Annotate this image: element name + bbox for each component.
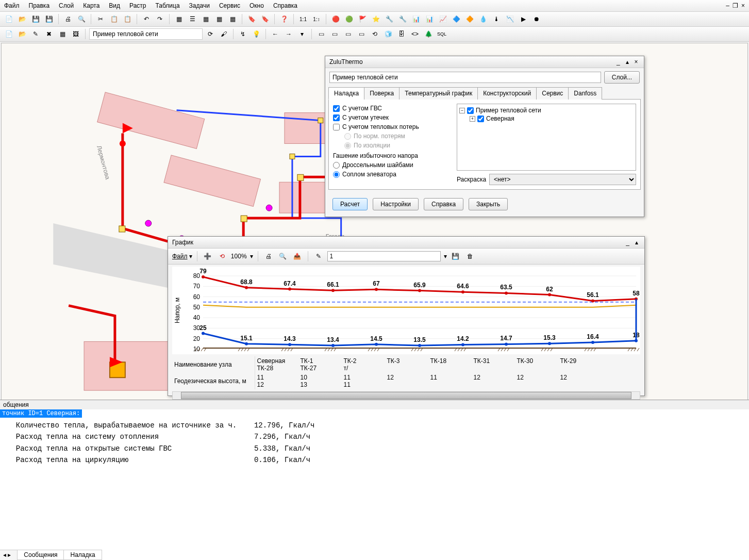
scale-icon[interactable]: 1:1	[297, 13, 309, 25]
layer-edit-icon[interactable]: ✎	[30, 28, 41, 40]
tree-collapse-icon[interactable]: −	[459, 108, 465, 113]
sel4-icon[interactable]: ▭	[356, 28, 367, 40]
graph-edit-icon[interactable]: ✎	[313, 251, 324, 262]
settings-button[interactable]: Настройки	[373, 198, 419, 210]
record-icon[interactable]: ⏺	[531, 13, 542, 25]
menu-layer[interactable]: Слой	[59, 2, 74, 9]
play-icon[interactable]: ▶	[518, 13, 529, 25]
undo-icon[interactable]: ↶	[141, 13, 152, 25]
close-button[interactable]: Закрыть	[469, 198, 508, 210]
layer-del-icon[interactable]: ✖	[43, 28, 55, 40]
help-icon[interactable]: ❓	[278, 13, 290, 25]
layer-style-icon[interactable]: ▦	[227, 13, 238, 25]
zulu-pin-icon[interactable]: ▴	[624, 58, 631, 65]
tool3-icon[interactable]: 📊	[410, 13, 422, 25]
tab-naladka[interactable]: Наладка	[328, 87, 364, 100]
node-icon[interactable]: 🔴	[330, 13, 341, 25]
graph-minimize-icon[interactable]: _	[624, 239, 631, 246]
graph-add-icon[interactable]: ➕	[202, 251, 213, 262]
sel5-icon[interactable]: ⟲	[369, 28, 380, 40]
zulu-layer-input[interactable]	[329, 72, 601, 83]
menu-raster[interactable]: Растр	[129, 2, 146, 9]
layer-new-icon[interactable]: 📄	[3, 28, 14, 40]
graph-print-icon[interactable]: 🖨	[263, 251, 274, 262]
menu-tasks[interactable]: Задачи	[189, 2, 210, 9]
label2-icon[interactable]: 🔖	[259, 13, 271, 25]
menu-map[interactable]: Карта	[83, 2, 99, 9]
redo-icon[interactable]: ↷	[154, 13, 165, 25]
layer-open-icon[interactable]: 📂	[16, 28, 28, 40]
raskraska-select[interactable]: <нет>	[489, 174, 636, 185]
flag-icon[interactable]: 🚩	[357, 13, 368, 25]
zulu-titlebar[interactable]: ZuluThermo _ ▴ ×	[325, 56, 644, 68]
sel1-icon[interactable]: ▭	[315, 28, 327, 40]
graph-save-icon[interactable]: 💾	[450, 251, 461, 262]
layer-list-icon[interactable]: ☰	[187, 13, 198, 25]
chart-canvas[interactable]: Напор, м10203040506070807968.867.466.167…	[172, 267, 640, 354]
tool6-icon[interactable]: 🔷	[451, 13, 462, 25]
cut-icon[interactable]: ✂	[95, 13, 106, 25]
tree-expand-icon[interactable]: +	[470, 116, 475, 122]
sel3-icon[interactable]: ▭	[342, 28, 354, 40]
chart-icon[interactable]: 📉	[504, 13, 515, 25]
tab-tempgraph[interactable]: Температурный график	[399, 87, 478, 100]
layer-show-icon[interactable]: ▦	[57, 28, 68, 40]
active-layer-name[interactable]: Пример тепловой сети	[89, 28, 203, 40]
label-icon[interactable]: 🔖	[246, 13, 257, 25]
mdi-minimize-icon[interactable]: –	[726, 2, 729, 9]
rad-drossel[interactable]	[333, 162, 340, 169]
db-icon[interactable]: 🗄	[396, 28, 407, 40]
graph-file-menu[interactable]: Файл ▾	[172, 253, 192, 260]
path-icon[interactable]: ↯	[237, 28, 248, 40]
menu-view[interactable]: Вид	[109, 2, 120, 9]
graph-pin-icon[interactable]: ▴	[633, 239, 640, 246]
tab-service[interactable]: Сервис	[536, 87, 569, 100]
save-all-icon[interactable]: 💾	[43, 13, 55, 25]
arrow-down-icon[interactable]: ▾	[296, 28, 308, 40]
code-icon[interactable]: <>	[409, 28, 421, 40]
edge-icon[interactable]: 🟢	[343, 13, 355, 25]
tree-child-chk[interactable]	[477, 116, 484, 122]
tool5-icon[interactable]: 📈	[437, 13, 448, 25]
menu-service[interactable]: Сервис	[219, 2, 240, 9]
tab-danfoss[interactable]: Danfoss	[568, 87, 602, 100]
temp-icon[interactable]: 🌡	[491, 13, 502, 25]
tab-poverka[interactable]: Поверка	[364, 87, 400, 100]
tree-child-label[interactable]: Северная	[486, 115, 514, 122]
tool7-icon[interactable]: 🔶	[464, 13, 475, 25]
chk-gvs[interactable]	[333, 105, 340, 112]
layer-props-icon[interactable]: ▦	[213, 13, 225, 25]
graph-zoom-dd-icon[interactable]: ▾	[250, 253, 253, 260]
layer-img-icon[interactable]: 🖼	[70, 28, 81, 40]
tool1-icon[interactable]: 🔧	[384, 13, 395, 25]
tree-root-chk[interactable]	[467, 107, 474, 114]
zulu-layer-button[interactable]: Слой...	[604, 71, 640, 84]
help-button[interactable]: Справка	[424, 198, 463, 210]
zulu-layer-tree[interactable]: − Пример тепловой сети + Северная	[457, 104, 636, 171]
msg-tab-nav-icon[interactable]: ◂ ▸	[0, 550, 14, 560]
new-file-icon[interactable]: 📄	[3, 13, 14, 25]
graph-preview-icon[interactable]: 🔍	[277, 251, 289, 262]
tool2-icon[interactable]: 🔧	[397, 13, 408, 25]
msg-tab-naladka[interactable]: Наладка	[63, 550, 102, 560]
graph-zoom[interactable]: 100%	[231, 253, 247, 260]
graph-titlebar[interactable]: График _ ▴	[168, 237, 644, 249]
menu-window[interactable]: Окно	[249, 2, 264, 9]
paste-icon[interactable]: 📋	[122, 13, 133, 25]
cube-icon[interactable]: 🧊	[382, 28, 394, 40]
tool4-icon[interactable]: 📊	[424, 13, 435, 25]
menu-help[interactable]: Справка	[273, 2, 297, 9]
mdi-close-icon[interactable]: ×	[741, 2, 745, 9]
layer-add-icon[interactable]: ▦	[173, 13, 185, 25]
open-file-icon[interactable]: 📂	[16, 13, 28, 25]
tree-root-label[interactable]: Пример тепловой сети	[476, 107, 541, 114]
save-icon[interactable]: 💾	[30, 13, 41, 25]
layer-group-icon[interactable]: ▦	[200, 13, 211, 25]
zulu-minimize-icon[interactable]: _	[614, 58, 622, 65]
graph-combo-dd-icon[interactable]: ▾	[444, 253, 447, 260]
rad-soplom[interactable]	[333, 171, 340, 178]
graph-refresh-icon[interactable]: ⟲	[217, 251, 228, 262]
sel2-icon[interactable]: ▭	[329, 28, 340, 40]
menu-table[interactable]: Таблица	[156, 2, 180, 9]
graph-series-combo[interactable]	[327, 251, 441, 261]
